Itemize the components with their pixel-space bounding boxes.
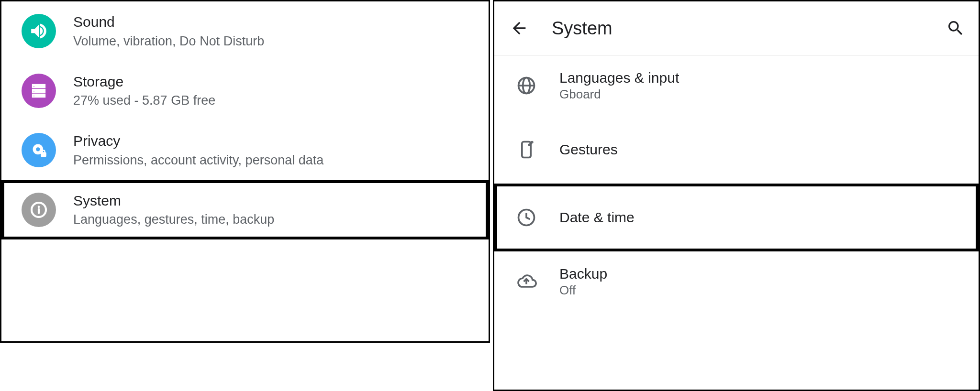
settings-item-subtitle: Languages, gestures, time, backup [73,211,274,228]
svg-rect-2 [41,152,46,156]
settings-item-subtitle: Volume, vibration, Do Not Disturb [73,33,264,50]
system-item-date-time[interactable]: Date & time [494,184,979,251]
settings-item-subtitle: 27% used - 5.87 GB free [73,92,215,109]
arrow-left-icon [510,19,529,38]
system-item-subtitle: Off [559,283,607,298]
svg-point-1 [35,147,40,152]
storage-icon [22,74,56,108]
settings-item-title: Sound [73,13,264,31]
settings-item-sound[interactable]: Sound Volume, vibration, Do Not Disturb [1,1,489,61]
system-item-title: Gestures [559,141,618,158]
search-button[interactable] [942,15,969,42]
settings-item-title: Privacy [73,132,323,150]
gesture-icon [515,139,537,161]
settings-item-subtitle: Permissions, account activity, personal … [73,152,323,169]
page-title: System [552,18,942,39]
system-item-subtitle: Gboard [559,87,679,102]
back-button[interactable] [506,15,533,42]
svg-point-12 [532,142,533,143]
cloud-upload-icon [515,271,537,293]
privacy-icon [22,133,56,167]
settings-item-system[interactable]: System Languages, gestures, time, backup [1,180,489,240]
system-icon [22,193,56,227]
sound-icon [22,14,56,48]
system-item-gestures[interactable]: Gestures [494,116,979,184]
clock-icon [515,206,537,228]
globe-icon [515,75,537,97]
search-icon [946,19,965,38]
system-item-title: Languages & input [559,70,679,86]
app-bar: System [494,1,979,55]
settings-list-panel: Sound Volume, vibration, Do Not Disturb … [0,0,490,343]
svg-point-10 [529,144,530,145]
system-settings-panel: System Languages & input Gboard Gestures [493,0,980,391]
system-item-backup[interactable]: Backup Off [494,251,979,312]
settings-item-title: System [73,192,274,210]
system-item-title: Backup [559,266,607,282]
system-item-title: Date & time [559,209,635,226]
system-item-languages[interactable]: Languages & input Gboard [494,55,979,116]
settings-item-privacy[interactable]: Privacy Permissions, account activity, p… [1,120,489,180]
settings-item-storage[interactable]: Storage 27% used - 5.87 GB free [1,61,489,121]
svg-point-11 [530,143,531,144]
settings-item-title: Storage [73,73,215,91]
